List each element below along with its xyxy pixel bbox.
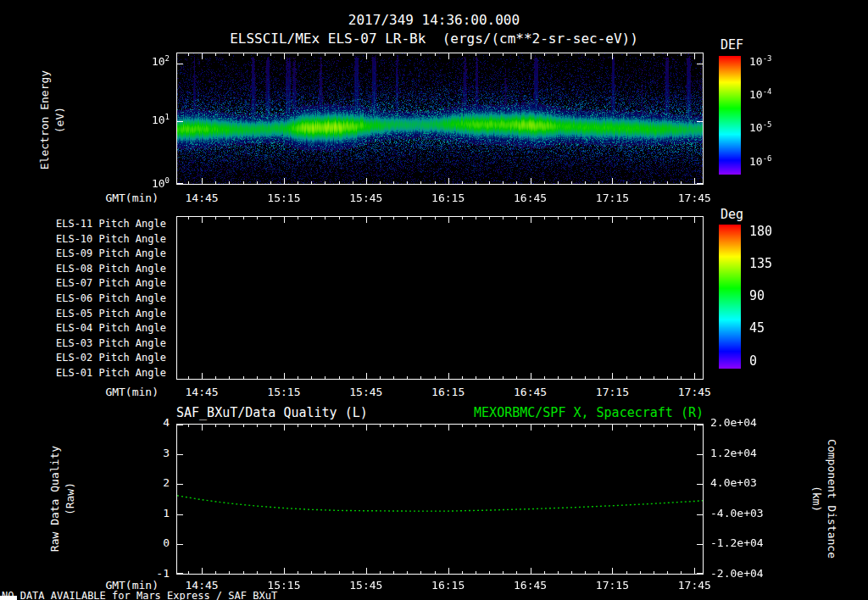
axis-tick-mark — [257, 181, 258, 184]
axis-tick-mark — [380, 217, 381, 219]
x-tick-label: 17:45 — [669, 579, 720, 592]
axis-tick-mark — [598, 425, 599, 427]
spectrogram-y-axis-label: Electron Energy (eV) — [37, 70, 67, 169]
axis-tick-mark — [558, 425, 559, 427]
axis-tick-mark — [229, 217, 230, 219]
axis-tick-mark — [257, 425, 258, 427]
quality-y-tick-label: 2 — [125, 476, 170, 489]
axis-tick-mark — [448, 53, 449, 59]
axis-tick-mark — [284, 53, 285, 59]
axis-tick-mark — [311, 425, 312, 427]
axis-tick-mark — [339, 571, 340, 574]
axis-tick-mark — [585, 181, 586, 184]
axis-tick-mark — [353, 181, 353, 184]
def-colorbar-tick-label: 10-5 — [749, 121, 772, 134]
pitch-angle-row-label: ELS-10 Pitch Angle — [47, 233, 166, 245]
axis-tick-mark — [420, 181, 421, 184]
axis-tick-mark — [243, 181, 244, 184]
axis-tick-mark — [640, 425, 641, 427]
axis-tick-mark — [202, 217, 203, 223]
axis-tick-mark — [284, 373, 285, 379]
axis-tick-mark — [177, 514, 183, 515]
gmt-axis-label-1: GMT(min) — [82, 192, 159, 204]
spectrogram-canvas — [177, 53, 703, 184]
axis-tick-mark — [612, 178, 613, 184]
axis-tick-mark — [654, 425, 654, 427]
axis-tick-mark — [448, 373, 449, 379]
axis-tick-mark — [393, 571, 394, 574]
axis-tick-mark — [353, 217, 353, 219]
axis-tick-mark — [380, 571, 381, 574]
axis-tick-mark — [694, 53, 695, 59]
axis-tick-mark — [270, 53, 271, 56]
x-tick-label: 17:15 — [587, 386, 637, 398]
axis-tick-mark — [270, 571, 271, 574]
axis-tick-mark — [612, 53, 613, 59]
axis-tick-mark — [311, 376, 312, 379]
axis-tick-mark — [681, 571, 682, 574]
axis-tick-mark — [188, 425, 189, 427]
axis-tick-mark — [476, 217, 476, 219]
axis-tick-mark — [503, 425, 504, 427]
axis-tick-mark — [177, 484, 183, 485]
axis-tick-mark — [558, 376, 559, 379]
axis-tick-mark — [503, 53, 504, 56]
axis-tick-mark — [298, 181, 298, 184]
axis-tick-mark — [667, 425, 668, 427]
axis-tick-mark — [339, 376, 340, 379]
axis-tick-mark — [640, 571, 641, 574]
axis-tick-mark — [697, 454, 703, 455]
page-title-timestamp: 2017/349 14:36:00.000 — [0, 12, 868, 28]
axis-tick-mark — [188, 181, 189, 184]
axis-tick-mark — [407, 181, 408, 184]
axis-tick-mark — [284, 178, 285, 184]
axis-tick-mark — [640, 53, 641, 56]
axis-tick-mark — [558, 53, 559, 56]
axis-tick-mark — [325, 376, 326, 379]
x-tick-label: 16:45 — [505, 192, 556, 204]
axis-tick-mark — [202, 373, 203, 379]
x-tick-label: 17:45 — [669, 386, 720, 398]
axis-tick-mark — [516, 217, 517, 219]
axis-tick-mark — [476, 181, 476, 184]
quality-y-tick-label: -1 — [125, 567, 170, 580]
axis-tick-mark — [558, 181, 559, 184]
axis-tick-mark — [229, 571, 230, 574]
axis-tick-mark — [177, 183, 183, 184]
axis-tick-mark — [311, 181, 312, 184]
axis-tick-mark — [393, 217, 394, 219]
axis-tick-mark — [694, 178, 695, 184]
x-tick-label: 15:45 — [341, 579, 392, 592]
axis-tick-mark — [188, 571, 189, 574]
axis-tick-mark — [177, 573, 183, 574]
axis-tick-mark — [571, 425, 572, 427]
axis-tick-mark — [571, 217, 572, 219]
gmt-axis-label-2: GMT(min) — [82, 386, 159, 398]
pitch-angle-panel — [176, 216, 704, 380]
axis-tick-mark — [215, 376, 216, 379]
axis-tick-mark — [270, 425, 271, 427]
axis-tick-mark — [667, 376, 668, 379]
axis-tick-mark — [353, 571, 353, 574]
distance-y-tick-label: -2.0e+04 — [710, 567, 764, 580]
pitch-angle-row-label: ELS-03 Pitch Angle — [47, 337, 166, 349]
axis-tick-mark — [407, 217, 408, 219]
axis-tick-mark — [489, 181, 490, 184]
x-tick-label: 17:15 — [587, 579, 637, 592]
axis-tick-mark — [339, 217, 340, 219]
axis-tick-mark — [366, 53, 367, 59]
axis-tick-mark — [640, 376, 641, 379]
pitch-angle-row-label: ELS-05 Pitch Angle — [47, 308, 166, 319]
axis-tick-mark — [626, 217, 627, 219]
def-colorbar-tick-label: 10-6 — [749, 155, 772, 168]
distance-y-tick-label: 4.0e+03 — [710, 476, 757, 489]
axis-tick-mark — [420, 53, 421, 56]
axis-tick-mark — [612, 373, 613, 379]
axis-tick-mark — [448, 217, 449, 223]
axis-tick-mark — [339, 181, 340, 184]
energy-y-tick-label: 100 — [125, 177, 170, 190]
pitch-angle-row-label: ELS-11 Pitch Angle — [47, 218, 166, 230]
axis-tick-mark — [325, 425, 326, 427]
axis-tick-mark — [188, 217, 189, 219]
axis-tick-mark — [270, 217, 271, 219]
